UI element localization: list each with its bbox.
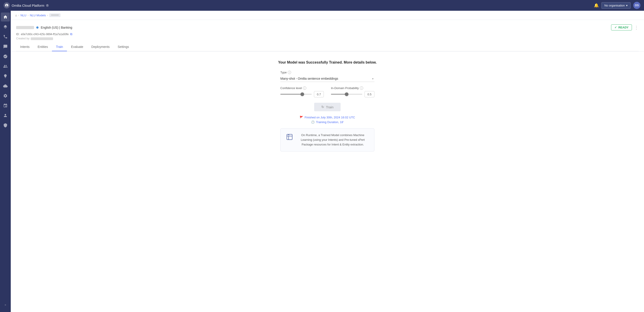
created-by-label: Created by: bbox=[16, 37, 30, 40]
type-select[interactable]: Many-shot - Omilia sentence embeddingsFe… bbox=[280, 75, 374, 82]
breadcrumb-nlu[interactable]: NLU bbox=[20, 14, 26, 17]
sidebar-item-cloud[interactable] bbox=[1, 81, 10, 90]
app-trademark: ® bbox=[46, 3, 48, 7]
train-button-label: Train bbox=[326, 105, 334, 109]
confidence-slider-row: 0.7 bbox=[280, 91, 324, 97]
model-name-blur bbox=[16, 26, 34, 29]
indomain-group: In-Domain Probability i 0.5 bbox=[331, 86, 374, 97]
tab-entities[interactable]: Entities bbox=[34, 43, 52, 51]
finished-row: 🚩 Finished on July 30th, 2024 16:02 UTC bbox=[280, 116, 374, 119]
copy-id-button[interactable]: ⧉ bbox=[70, 32, 72, 36]
type-info-icon[interactable]: i bbox=[288, 71, 291, 74]
train-spin-icon: ↻ bbox=[321, 105, 324, 109]
sidebar-item-layers[interactable] bbox=[1, 22, 10, 31]
app-logo: Omilia Cloud Platform® bbox=[4, 2, 48, 8]
ready-label: READY bbox=[618, 26, 628, 29]
sidebar-item-agents[interactable] bbox=[1, 62, 10, 71]
breadcrumb: ⌂ › NLU › NLU Models › •••••••• bbox=[11, 11, 644, 20]
model-title-left: English (US) | Banking bbox=[16, 26, 72, 29]
model-title-row: English (US) | Banking ✓ READY ⋮ bbox=[16, 24, 639, 30]
confidence-slider-thumb[interactable] bbox=[300, 92, 304, 96]
app-name: Omilia Cloud Platform bbox=[12, 3, 44, 7]
breadcrumb-current: •••••••• bbox=[49, 13, 60, 17]
info-card-text: On Runtime, a Trained Model combines Mac… bbox=[297, 133, 369, 147]
sidebar-item-insights[interactable] bbox=[1, 72, 10, 81]
indomain-label: In-Domain Probability i bbox=[331, 86, 374, 90]
train-button-wrapper: ↻ Train bbox=[280, 103, 374, 116]
tab-evaluate[interactable]: Evaluate bbox=[67, 43, 87, 51]
train-button[interactable]: ↻ Train bbox=[314, 103, 341, 111]
id-label: ID: bbox=[16, 33, 20, 36]
duration-row: 🕐 Training Duration, 18' bbox=[280, 120, 374, 124]
tab-deployments[interactable]: Deployments bbox=[87, 43, 114, 51]
sliders-row: Confidence level i 0.7 bbox=[280, 86, 374, 97]
confidence-label: Confidence level i bbox=[280, 86, 324, 90]
sidebar-item-integrations[interactable] bbox=[1, 101, 10, 110]
model-header-right: ✓ READY ⋮ bbox=[611, 24, 639, 30]
confidence-group: Confidence level i 0.7 bbox=[280, 86, 324, 97]
user-avatar[interactable]: OS bbox=[633, 2, 640, 9]
tab-intents[interactable]: Intents bbox=[16, 43, 34, 51]
tabs: Intents Entities Train Evaluate Deployme… bbox=[16, 43, 639, 51]
model-language: English (US) | Banking bbox=[41, 26, 72, 29]
type-label: Type i bbox=[280, 71, 374, 74]
type-field-row: Type i Many-shot - Omilia sentence embed… bbox=[280, 71, 374, 82]
sidebar-bottom: » bbox=[1, 301, 10, 310]
train-form: Type i Many-shot - Omilia sentence embed… bbox=[280, 71, 374, 152]
logo-icon bbox=[4, 2, 10, 8]
indomain-info-icon[interactable]: i bbox=[360, 86, 363, 90]
id-value: e0e7c60c-cf43-425c-9894-ff1a7a1a50fe bbox=[21, 33, 68, 36]
indomain-slider-fill bbox=[331, 94, 347, 95]
sidebar-item-admin[interactable] bbox=[1, 121, 10, 130]
indomain-label-text: In-Domain Probability bbox=[331, 86, 359, 90]
model-created-row: Created by: bbox=[16, 37, 639, 40]
sidebar-item-phone[interactable] bbox=[1, 32, 10, 41]
type-label-text: Type bbox=[280, 71, 286, 74]
svg-rect-0 bbox=[287, 134, 292, 140]
confidence-value: 0.7 bbox=[314, 91, 324, 97]
confidence-label-text: Confidence level bbox=[280, 86, 302, 90]
sidebar-item-user[interactable] bbox=[1, 111, 10, 120]
sidebar-item-nlu[interactable] bbox=[1, 52, 10, 61]
indomain-slider-thumb[interactable] bbox=[345, 92, 348, 96]
notifications-button[interactable]: 🔔 bbox=[594, 3, 599, 8]
top-header: Omilia Cloud Platform® 🔔 No organisation… bbox=[0, 0, 644, 11]
content-area: ⌂ › NLU › NLU Models › •••••••• English … bbox=[11, 11, 644, 312]
sidebar-item-settings[interactable] bbox=[1, 91, 10, 100]
header-right: 🔔 No organisation ▾ OS bbox=[594, 2, 640, 9]
confidence-info-icon[interactable]: i bbox=[303, 86, 306, 90]
indomain-value: 0.5 bbox=[364, 91, 374, 97]
breadcrumb-sep-2: › bbox=[28, 14, 29, 16]
train-panel: Your Model was Successfully Trained. Mor… bbox=[11, 51, 644, 160]
info-card-icon bbox=[286, 133, 293, 142]
check-icon: ✓ bbox=[614, 26, 617, 29]
page-content: English (US) | Banking ✓ READY ⋮ ID: e0e… bbox=[11, 20, 644, 312]
breadcrumb-sep-3: › bbox=[47, 14, 48, 16]
breadcrumb-nlu-models[interactable]: NLU Models bbox=[30, 14, 46, 17]
org-chevron: ▾ bbox=[626, 4, 628, 7]
tab-settings[interactable]: Settings bbox=[114, 43, 133, 51]
header-left: Omilia Cloud Platform® bbox=[4, 2, 48, 8]
model-status-dot bbox=[36, 26, 38, 29]
org-selector[interactable]: No organisation ▾ bbox=[602, 2, 630, 9]
main-layout: » ⌂ › NLU › NLU Models › •••••••• Englis… bbox=[0, 11, 644, 312]
sidebar-expand-button[interactable]: » bbox=[1, 301, 10, 309]
info-card: On Runtime, a Trained Model combines Mac… bbox=[280, 128, 374, 152]
sidebar-item-home[interactable] bbox=[1, 12, 10, 21]
finished-label: Finished on July 30th, 2024 16:02 UTC bbox=[304, 116, 355, 119]
created-by-blur bbox=[31, 37, 53, 40]
confidence-slider-fill bbox=[280, 94, 302, 95]
org-label: No organisation bbox=[604, 4, 625, 7]
ready-badge[interactable]: ✓ READY bbox=[611, 24, 632, 30]
indomain-slider-track[interactable] bbox=[331, 94, 362, 95]
model-id-row: ID: e0e7c60c-cf43-425c-9894-ff1a7a1a50fe… bbox=[16, 32, 639, 36]
breadcrumb-home[interactable]: ⌂ bbox=[15, 14, 17, 17]
success-message: Your Model was Successfully Trained. Mor… bbox=[278, 60, 377, 64]
indomain-slider-row: 0.5 bbox=[331, 91, 374, 97]
model-header: English (US) | Banking ✓ READY ⋮ ID: e0e… bbox=[11, 20, 644, 51]
duration-clock-icon: 🕐 bbox=[311, 120, 314, 124]
sidebar-item-chat[interactable] bbox=[1, 42, 10, 51]
more-options-button[interactable]: ⋮ bbox=[634, 25, 639, 30]
tab-train[interactable]: Train bbox=[52, 43, 67, 51]
confidence-slider-track[interactable] bbox=[280, 94, 312, 95]
